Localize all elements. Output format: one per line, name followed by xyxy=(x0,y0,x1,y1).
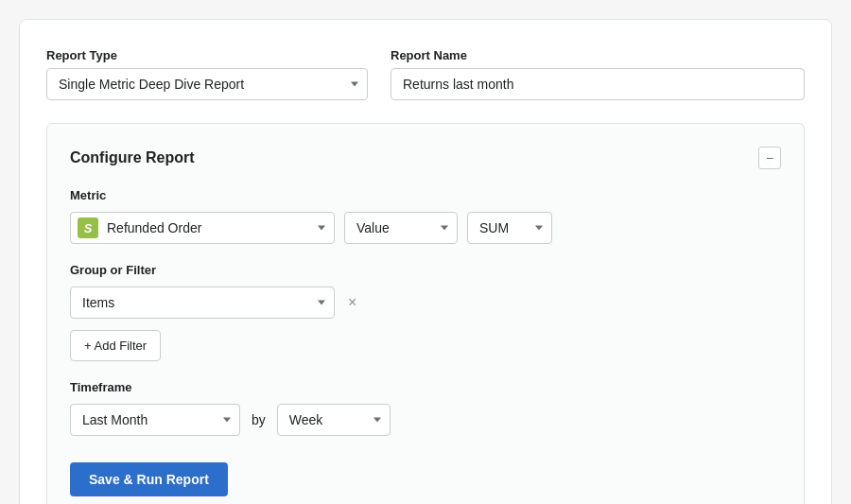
add-filter-button[interactable]: + Add Filter xyxy=(70,330,161,361)
report-type-field: Report Type Single Metric Deep Dive Repo… xyxy=(46,48,368,100)
week-select-wrapper: Week xyxy=(277,404,391,436)
metric-section: Metric S Refunded Order Valu xyxy=(70,188,781,244)
filter-select[interactable]: Items xyxy=(70,287,335,319)
configure-header: Configure Report − xyxy=(70,147,781,169)
sum-select-wrapper: SUM xyxy=(467,212,552,244)
metric-select[interactable]: Refunded Order xyxy=(70,212,335,244)
configure-panel: Configure Report − Metric S Refunded Ord… xyxy=(46,123,805,504)
metric-select-wrapper: S Refunded Order xyxy=(70,212,335,244)
report-type-select-wrapper: Single Metric Deep Dive Report xyxy=(46,68,368,100)
week-select[interactable]: Week xyxy=(277,404,391,436)
timeframe-section: Timeframe Last Month by Week xyxy=(70,380,781,436)
report-name-input[interactable] xyxy=(391,68,805,100)
configure-title: Configure Report xyxy=(70,149,195,166)
metric-label: Metric xyxy=(70,188,781,202)
metric-row: S Refunded Order Value SUM xyxy=(70,212,781,244)
filter-select-wrapper: Items xyxy=(70,287,335,319)
save-run-button[interactable]: Save & Run Report xyxy=(70,462,228,496)
timeframe-select-wrapper: Last Month xyxy=(70,404,240,436)
sum-select[interactable]: SUM xyxy=(467,212,552,244)
timeframe-row: Last Month by Week xyxy=(70,404,781,436)
report-type-label: Report Type xyxy=(46,48,368,62)
filter-row: Items × xyxy=(70,287,781,319)
report-type-select[interactable]: Single Metric Deep Dive Report xyxy=(46,68,368,100)
by-label: by xyxy=(252,412,266,427)
group-filter-section: Group or Filter Items × + Add Filter xyxy=(70,263,781,361)
report-name-label: Report Name xyxy=(391,48,805,62)
value-select[interactable]: Value xyxy=(344,212,458,244)
timeframe-label: Timeframe xyxy=(70,380,781,394)
close-filter-button[interactable]: × xyxy=(344,293,360,312)
value-select-wrapper: Value xyxy=(344,212,458,244)
page-container: Report Type Single Metric Deep Dive Repo… xyxy=(19,19,832,504)
report-name-field: Report Name xyxy=(391,48,805,100)
collapse-button[interactable]: − xyxy=(758,147,781,169)
group-filter-label: Group or Filter xyxy=(70,263,781,277)
top-row: Report Type Single Metric Deep Dive Repo… xyxy=(46,48,805,100)
timeframe-select[interactable]: Last Month xyxy=(70,404,240,436)
